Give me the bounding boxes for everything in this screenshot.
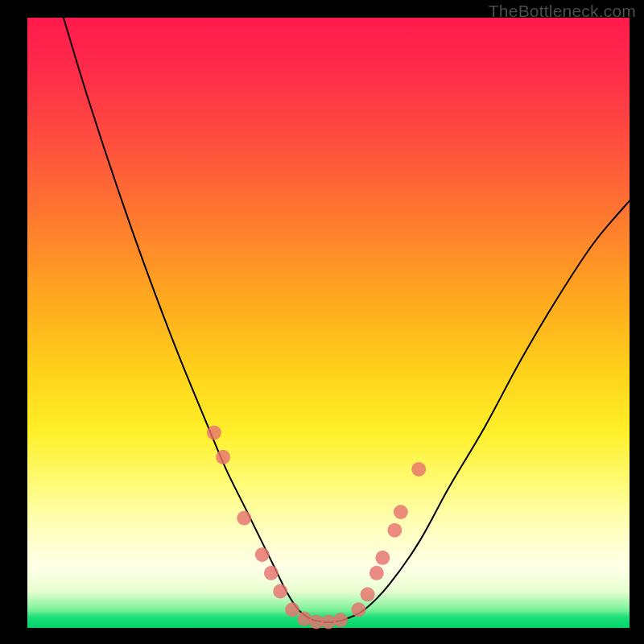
curve-marker xyxy=(394,505,408,519)
curve-marker xyxy=(216,450,230,464)
curve-marker xyxy=(369,566,384,580)
marker-group xyxy=(207,425,426,629)
chart-frame: TheBottleneck.com xyxy=(0,0,644,644)
curve-marker xyxy=(333,613,348,627)
curve-marker xyxy=(237,511,251,526)
curve-marker xyxy=(264,566,279,580)
curve-marker xyxy=(285,602,299,617)
curve-marker xyxy=(273,584,287,599)
curve-marker xyxy=(411,462,426,477)
chart-svg xyxy=(27,18,630,628)
curve-marker xyxy=(375,551,390,565)
curve-marker xyxy=(351,602,365,617)
curve-marker xyxy=(207,425,221,440)
bottleneck-curve xyxy=(64,18,630,622)
curve-marker xyxy=(361,587,375,601)
plot-area xyxy=(27,18,630,628)
curve-marker xyxy=(387,523,402,538)
curve-marker xyxy=(255,547,270,562)
